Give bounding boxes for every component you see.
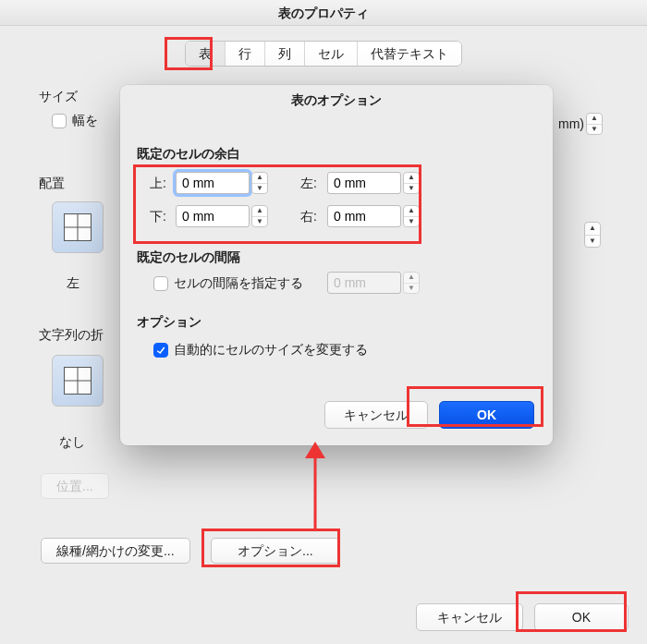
arrow-icon — [301, 442, 329, 532]
tabs-segmented-control: 表 行 列 セル 代替テキスト — [0, 41, 647, 72]
modal-cancel-button[interactable]: キャンセル — [324, 401, 428, 429]
cell-spacing-input — [327, 272, 401, 294]
textwrap-choice-button[interactable] — [52, 355, 104, 407]
margin-left-field[interactable]: ▲▼ — [327, 172, 420, 194]
window-title: 表のプロパティ — [0, 0, 647, 26]
align-choice-button[interactable] — [52, 201, 104, 253]
cell-spacing-field: ▲▼ — [327, 272, 420, 294]
modal-options-label: オプション — [137, 314, 201, 331]
use-cell-spacing-label: セルの間隔を指定する — [174, 275, 303, 292]
specify-width-checkbox[interactable] — [52, 114, 67, 128]
default-margins-label: 既定のセルの余白 — [137, 146, 240, 163]
margin-right-stepper[interactable]: ▲▼ — [403, 205, 420, 227]
main-dialog-button-bar: キャンセル OK — [0, 590, 647, 644]
margin-bottom-stepper[interactable]: ▲▼ — [251, 205, 268, 227]
margin-top-label: 上: — [150, 176, 166, 192]
margin-right-label: 右: — [300, 209, 317, 225]
size-unit-text: mm) — [558, 116, 584, 131]
position-button: 位置... — [41, 473, 109, 499]
borders-shading-button[interactable]: 線種/網かけの変更... — [41, 538, 190, 564]
margin-bottom-label: 下: — [150, 209, 166, 225]
align-offset-stepper[interactable]: ▲▼ — [582, 222, 601, 248]
size-unit-stepper[interactable]: ▲▼ — [586, 113, 603, 135]
margin-bottom-input[interactable] — [176, 205, 250, 227]
auto-resize-label: 自動的にセルのサイズを変更する — [174, 342, 368, 358]
margin-right-field[interactable]: ▲▼ — [327, 205, 420, 227]
tab-alttext[interactable]: 代替テキスト — [358, 42, 461, 66]
modal-ok-button[interactable]: OK — [439, 401, 534, 429]
margin-top-field[interactable]: ▲▼ — [176, 172, 268, 194]
main-cancel-button[interactable]: キャンセル — [416, 603, 523, 631]
table-options-dialog: 表のオプション 既定のセルの余白 上: ▲▼ 下: ▲▼ 左: ▲▼ 右: ▲▼… — [120, 85, 553, 445]
margin-bottom-field[interactable]: ▲▼ — [176, 205, 268, 227]
size-unit-dropdown[interactable]: mm) ▲▼ — [558, 113, 603, 135]
margin-top-stepper[interactable]: ▲▼ — [251, 172, 268, 194]
section-size-label: サイズ — [39, 89, 78, 105]
margin-left-label: 左: — [300, 176, 317, 192]
tab-table[interactable]: 表 — [186, 42, 226, 66]
textwrap-none-label: なし — [59, 434, 85, 451]
margin-right-input[interactable] — [327, 205, 401, 227]
margin-left-stepper[interactable]: ▲▼ — [403, 172, 420, 194]
options-button[interactable]: オプション... — [211, 538, 340, 564]
tab-column[interactable]: 列 — [265, 42, 305, 66]
auto-resize-row: 自動的にセルのサイズを変更する — [153, 342, 368, 358]
specify-width-label: 幅を — [72, 113, 98, 129]
use-cell-spacing-checkbox[interactable] — [153, 276, 168, 291]
table-properties-window: 表のプロパティ 表 行 列 セル 代替テキスト サイズ 幅を mm) ▲▼ 配置… — [0, 0, 647, 644]
modal-title: 表のオプション — [120, 85, 553, 115]
tab-cell[interactable]: セル — [305, 42, 358, 66]
use-cell-spacing-row: セルの間隔を指定する — [153, 275, 303, 292]
specify-width-checkbox-row: 幅を — [52, 113, 98, 129]
default-spacing-label: 既定のセルの間隔 — [137, 249, 240, 266]
modal-button-bar: キャンセル OK — [324, 401, 534, 429]
align-left-label: 左 — [67, 275, 79, 292]
auto-resize-checkbox[interactable] — [153, 343, 168, 358]
margin-left-input[interactable] — [327, 172, 401, 194]
tab-row[interactable]: 行 — [226, 42, 265, 66]
margin-top-input[interactable] — [176, 172, 250, 194]
main-ok-button[interactable]: OK — [534, 603, 629, 631]
cell-spacing-stepper: ▲▼ — [403, 272, 420, 294]
section-textwrap-label: 文字列の折 — [39, 327, 104, 344]
section-align-label: 配置 — [39, 176, 65, 192]
